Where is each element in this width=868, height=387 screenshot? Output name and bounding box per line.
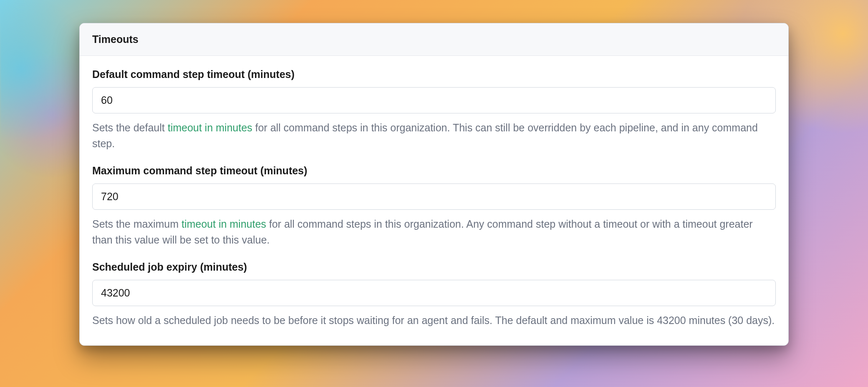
job-expiry-field: Scheduled job expiry (minutes) Sets how … bbox=[92, 261, 776, 329]
panel-title: Timeouts bbox=[92, 33, 776, 45]
job-expiry-help: Sets how old a scheduled job needs to be… bbox=[92, 313, 776, 329]
timeout-docs-link[interactable]: timeout in minutes bbox=[168, 122, 252, 133]
timeout-docs-link[interactable]: timeout in minutes bbox=[182, 218, 266, 230]
panel-body: Default command step timeout (minutes) S… bbox=[80, 56, 788, 345]
default-timeout-label: Default command step timeout (minutes) bbox=[92, 68, 776, 80]
panel-header: Timeouts bbox=[80, 23, 788, 56]
help-text-before: Sets the default bbox=[92, 122, 168, 133]
default-timeout-help: Sets the default timeout in minutes for … bbox=[92, 120, 776, 151]
timeouts-panel: Timeouts Default command step timeout (m… bbox=[79, 23, 789, 346]
max-timeout-label: Maximum command step timeout (minutes) bbox=[92, 165, 776, 177]
job-expiry-label: Scheduled job expiry (minutes) bbox=[92, 261, 776, 273]
job-expiry-input[interactable] bbox=[92, 280, 776, 306]
default-timeout-field: Default command step timeout (minutes) S… bbox=[92, 68, 776, 151]
max-timeout-field: Maximum command step timeout (minutes) S… bbox=[92, 165, 776, 248]
max-timeout-help: Sets the maximum timeout in minutes for … bbox=[92, 216, 776, 248]
help-text-before: Sets the maximum bbox=[92, 218, 182, 230]
max-timeout-input[interactable] bbox=[92, 183, 776, 210]
default-timeout-input[interactable] bbox=[92, 87, 776, 113]
